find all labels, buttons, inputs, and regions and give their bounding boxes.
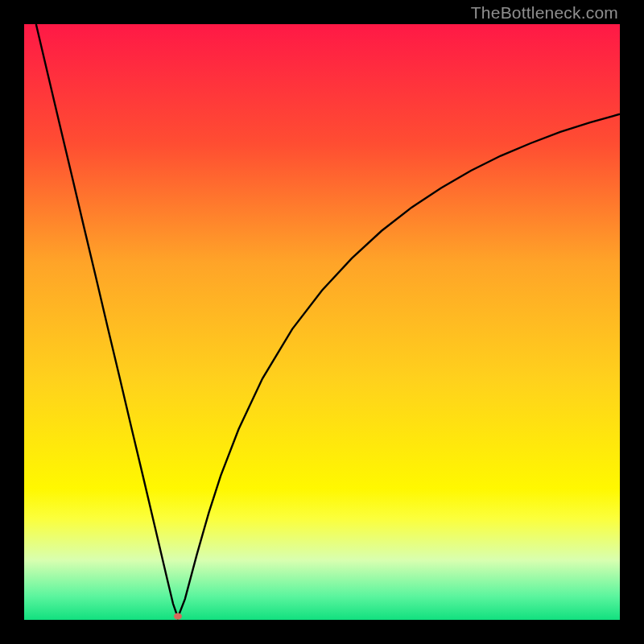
bottleneck-chart xyxy=(24,24,620,620)
chart-frame xyxy=(24,24,620,620)
optimum-marker xyxy=(174,613,182,620)
watermark-label: TheBottleneck.com xyxy=(471,3,618,23)
gradient-background xyxy=(24,24,620,620)
